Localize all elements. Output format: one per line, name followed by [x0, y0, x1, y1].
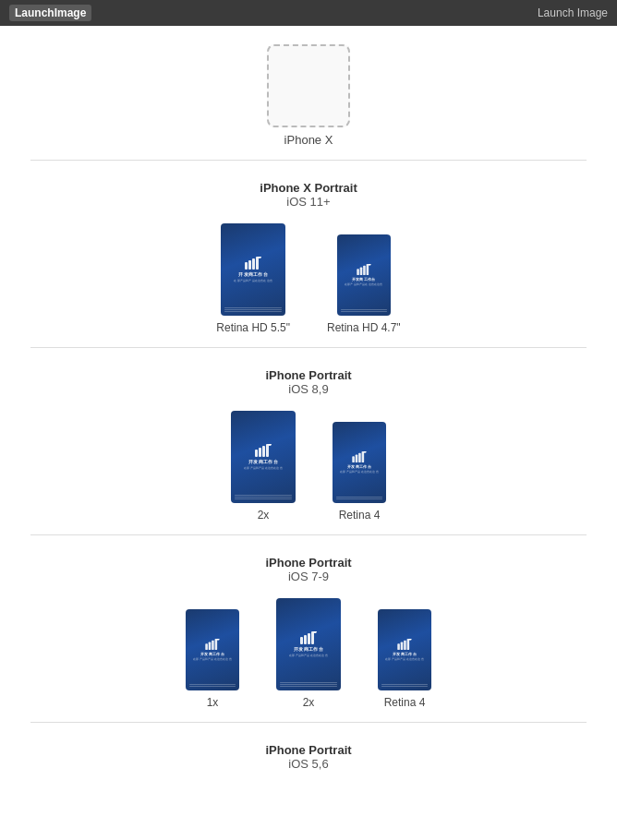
thumb-icon-3: [255, 444, 272, 457]
slot-label-retina4-ios89: Retina 4: [339, 509, 381, 522]
thumb-title-2: 开发商工作台: [352, 277, 376, 282]
svg-rect-11: [259, 448, 261, 457]
launchimage-tab[interactable]: LaunchImage: [9, 5, 91, 21]
section-header-ios89: iPhone Portrait iOS 8,9: [265, 368, 351, 396]
svg-rect-23: [215, 639, 218, 650]
svg-rect-27: [308, 633, 310, 644]
thumb-bars-6: [280, 682, 337, 687]
section-title-ios56: iPhone Portrait: [265, 743, 351, 757]
thumb-subtitle-5: 在那产品和产品在这些在这些: [193, 658, 232, 661]
svg-rect-25: [300, 637, 303, 644]
slot-label-retina-hd-47: Retina HD 4.7": [327, 321, 401, 334]
thumb-bars-3: [235, 495, 292, 499]
svg-rect-7: [363, 266, 366, 275]
thumb-retina-hd-47[interactable]: 开发商工作台 在那产品和产品在这些在这些: [337, 234, 391, 316]
slots-row-placeholder: [267, 44, 350, 127]
thumb-title-7: 开发商工作台: [393, 652, 417, 656]
main-content: iPhone X iPhone X Portrait iOS 11+: [0, 26, 617, 813]
slot-retina-hd-47: 开发商工作台 在那产品和产品在这些在这些 Retina HD 4.7": [327, 234, 401, 334]
section-title-ios79: iPhone Portrait: [265, 556, 351, 570]
section-header-ios11: iPhone X Portrait iOS 11+: [260, 181, 357, 209]
thumb-icon-7: [397, 639, 412, 650]
slot-label-2x-ios89: 2x: [258, 509, 270, 522]
svg-rect-32: [404, 641, 406, 650]
section-subtitle-ios11: iOS 11+: [260, 195, 357, 209]
slot-retina4-ios79: 开发商工作台 在那产品和产品在这些在这些 Retina 4: [378, 609, 431, 709]
thumb-2x-ios89[interactable]: 开发商工作台 在那产品和产品在这些在这些: [231, 411, 296, 503]
thumb-title-5: 开发商工作台: [200, 652, 224, 656]
svg-rect-6: [360, 267, 363, 275]
svg-rect-2: [252, 258, 255, 270]
slot-placeholder: [267, 44, 350, 127]
svg-rect-18: [362, 451, 365, 462]
thumb-retina4-ios89[interactable]: 开发商工作台 在那产品和产品在这些在这些: [333, 422, 386, 503]
thumb-subtitle-4: 在那产品和产品在这些在这些: [340, 471, 379, 474]
section-iphone-x-placeholder: iPhone X: [0, 44, 617, 172]
device-name-iphonex: iPhone X: [284, 133, 333, 147]
thumb-bars-2: [341, 309, 387, 312]
slots-row-ios79: 开发商工作台 在那产品和产品在这些在这些 1x: [186, 598, 431, 709]
thumb-icon: [245, 257, 261, 270]
slots-row-ios11: 开发商工作台 在那产品和产品在这些在这些 Retina HD 5.5": [216, 223, 400, 334]
thumb-subtitle-7: 在那产品和产品在这些在这些: [385, 658, 424, 661]
slot-1x-ios79: 开发商工作台 在那产品和产品在这些在这些 1x: [186, 609, 239, 709]
slot-2x-ios89: 开发商工作台 在那产品和产品在这些在这些 2x: [231, 411, 296, 522]
svg-rect-16: [356, 454, 358, 462]
launch-image-label: Launch Image: [538, 6, 608, 19]
thumb-bars-7: [381, 684, 428, 687]
thumb-bars-5: [189, 684, 236, 687]
svg-rect-5: [357, 269, 359, 275]
thumb-title-6: 开发商工作台: [294, 646, 323, 652]
svg-rect-31: [401, 642, 404, 650]
svg-rect-3: [256, 257, 259, 270]
section-header-ios56: iPhone Portrait iOS 5,6: [265, 743, 351, 771]
slot-label-retina-hd-55: Retina HD 5.5": [216, 321, 290, 334]
section-iphone-portrait-ios11: iPhone X Portrait iOS 11+ 开发商工作台: [0, 181, 617, 359]
divider-0: [30, 160, 586, 161]
divider-2: [30, 534, 586, 535]
thumb-icon-2: [357, 264, 371, 275]
svg-rect-26: [304, 635, 307, 644]
svg-rect-17: [358, 453, 361, 462]
svg-rect-30: [397, 643, 400, 650]
divider-1: [30, 347, 586, 348]
thumb-icon-6: [300, 631, 317, 644]
thumb-retina-hd-55[interactable]: 开发商工作台 在那产品和产品在这些在这些: [221, 223, 285, 316]
svg-rect-0: [245, 262, 248, 270]
svg-rect-28: [311, 631, 314, 644]
thumb-retina4-ios79[interactable]: 开发商工作台 在那产品和产品在这些在这些: [378, 609, 431, 690]
svg-rect-22: [212, 641, 214, 650]
thumb-icon-4: [352, 451, 367, 462]
thumb-icon-5: [205, 639, 220, 650]
thumb-title-3: 开发商工作台: [248, 459, 278, 464]
thumb-title: 开发商工作台: [238, 271, 268, 277]
section-title-ios11: iPhone X Portrait: [260, 181, 357, 195]
thumb-bars-4: [336, 497, 382, 499]
section-iphone-portrait-ios89: iPhone Portrait iOS 8,9 开发商工作台 在: [0, 368, 617, 546]
thumb-subtitle-6: 在那产品和产品在这些在这些: [289, 654, 328, 657]
thumb-subtitle: 在那产品和产品在这些在这些: [234, 279, 272, 282]
thumb-subtitle-2: 在那产品和产品在这些在这些: [345, 283, 383, 286]
thumb-bars: [224, 307, 282, 312]
slot-label-2x-ios79: 2x: [303, 696, 315, 709]
thumb-subtitle-3: 在那产品和产品在这些在这些: [244, 466, 283, 470]
slots-row-ios89: 开发商工作台 在那产品和产品在这些在这些 2x: [231, 411, 386, 522]
svg-rect-12: [262, 446, 265, 457]
svg-rect-21: [209, 642, 212, 650]
section-subtitle-ios79: iOS 7-9: [265, 570, 351, 583]
section-iphone-portrait-ios79: iPhone Portrait iOS 7-9 开发商工作台 在: [0, 556, 617, 734]
thumb-2x-ios79[interactable]: 开发商工作台 在那产品和产品在这些在这些: [276, 598, 341, 690]
svg-rect-33: [407, 639, 410, 650]
svg-rect-20: [205, 643, 208, 650]
svg-rect-15: [352, 456, 355, 462]
thumb-1x-ios79[interactable]: 开发商工作台 在那产品和产品在这些在这些: [186, 609, 239, 690]
section-iphone-portrait-ios56: iPhone Portrait iOS 5,6: [0, 743, 617, 786]
svg-rect-13: [266, 444, 269, 457]
thumb-title-4: 开发商工作台: [347, 464, 371, 469]
svg-rect-10: [255, 450, 258, 457]
section-subtitle-ios89: iOS 8,9: [265, 382, 351, 396]
placeholder-box[interactable]: [267, 44, 350, 127]
slot-label-retina4-ios79: Retina 4: [384, 696, 426, 709]
slot-2x-ios79: 开发商工作台 在那产品和产品在这些在这些 2x: [276, 598, 341, 709]
slot-retina-hd-55: 开发商工作台 在那产品和产品在这些在这些 Retina HD 5.5": [216, 223, 290, 334]
